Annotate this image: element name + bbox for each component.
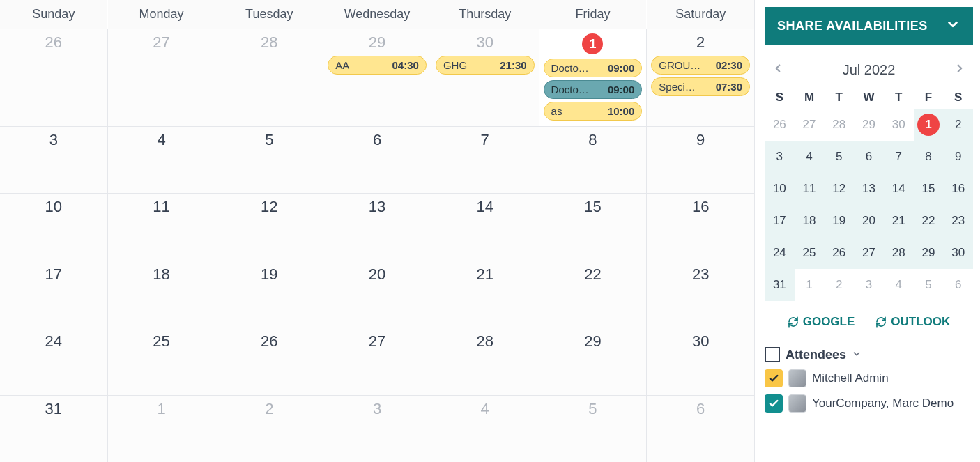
mini-calendar-day[interactable]: 10 — [765, 173, 795, 205]
calendar-cell[interactable]: 5 — [215, 127, 323, 193]
mini-calendar-day[interactable]: 4 — [884, 269, 914, 301]
mini-cal-next-icon[interactable] — [949, 59, 970, 81]
mini-calendar-day[interactable]: 31 — [765, 269, 795, 301]
calendar-cell[interactable]: 26 — [0, 29, 107, 126]
mini-calendar-day[interactable]: 9 — [943, 141, 973, 173]
mini-calendar-day[interactable]: 20 — [854, 205, 884, 237]
calendar-cell[interactable]: 17 — [0, 261, 107, 328]
mini-calendar-day[interactable]: 1 — [914, 109, 944, 141]
calendar-cell[interactable]: 4 — [107, 127, 215, 193]
calendar-cell[interactable]: 8 — [539, 127, 647, 193]
mini-calendar-day[interactable]: 26 — [824, 237, 854, 269]
calendar-cell[interactable]: 31 — [0, 396, 107, 462]
attendee-checkbox[interactable] — [765, 394, 783, 413]
calendar-cell[interactable]: 26 — [215, 328, 323, 394]
mini-calendar-day[interactable]: 28 — [824, 109, 854, 141]
calendar-cell[interactable]: 22 — [539, 261, 647, 328]
calendar-cell[interactable]: 1 — [107, 396, 215, 462]
mini-calendar-day[interactable]: 8 — [914, 141, 944, 173]
mini-calendar-day[interactable]: 6 — [943, 269, 973, 301]
calendar-cell[interactable]: 6 — [646, 396, 754, 462]
calendar-cell[interactable]: 5 — [539, 396, 647, 462]
mini-calendar-day[interactable]: 27 — [795, 109, 825, 141]
mini-cal-prev-icon[interactable] — [767, 59, 788, 81]
attendee-checkbox[interactable] — [765, 369, 783, 387]
calendar-event[interactable]: Docto…09:00 — [544, 59, 643, 77]
calendar-cell[interactable]: 3 — [0, 127, 107, 193]
calendar-cell[interactable]: 28 — [215, 29, 323, 126]
mini-calendar-day[interactable]: 6 — [854, 141, 884, 173]
mini-calendar-day[interactable]: 12 — [824, 173, 854, 205]
calendar-event[interactable]: as10:00 — [544, 102, 643, 121]
calendar-cell[interactable]: 30GHG21:30 — [431, 29, 539, 126]
calendar-cell[interactable]: 13 — [323, 194, 431, 260]
calendar-cell[interactable]: 2 — [215, 396, 323, 462]
mini-calendar-day[interactable]: 28 — [884, 237, 914, 269]
calendar-event[interactable]: AA04:30 — [328, 56, 427, 75]
calendar-cell[interactable]: 29 — [539, 328, 647, 394]
mini-calendar-day[interactable]: 21 — [884, 205, 914, 237]
calendar-cell[interactable]: 14 — [431, 194, 539, 260]
mini-calendar-day[interactable]: 18 — [795, 205, 825, 237]
mini-calendar-day[interactable]: 17 — [765, 205, 795, 237]
calendar-event[interactable]: GROU…02:30 — [651, 56, 750, 75]
calendar-cell[interactable]: 2GROU…02:30Speci…07:30 — [646, 29, 754, 126]
mini-calendar-day[interactable]: 29 — [914, 237, 944, 269]
mini-calendar-day[interactable]: 30 — [943, 237, 973, 269]
calendar-cell[interactable]: 15 — [539, 194, 647, 260]
mini-calendar-day[interactable]: 22 — [914, 205, 944, 237]
calendar-cell[interactable]: 21 — [431, 261, 539, 328]
mini-calendar-day[interactable]: 3 — [765, 141, 795, 173]
calendar-cell[interactable]: 1Docto…09:00Docto…09:00as10:00 — [539, 29, 647, 126]
mini-calendar-day[interactable]: 1 — [795, 269, 825, 301]
attendees-header[interactable]: Attendees — [765, 347, 973, 362]
mini-calendar-day[interactable]: 23 — [943, 205, 973, 237]
calendar-cell[interactable]: 9 — [646, 127, 754, 193]
calendar-cell[interactable]: 16 — [646, 194, 754, 260]
mini-calendar-day[interactable]: 5 — [824, 141, 854, 173]
sync-google-button[interactable]: GOOGLE — [788, 315, 855, 329]
mini-calendar-day[interactable]: 13 — [854, 173, 884, 205]
calendar-cell[interactable]: 23 — [646, 261, 754, 328]
mini-calendar-day[interactable]: 27 — [854, 237, 884, 269]
calendar-cell[interactable]: 3 — [323, 396, 431, 462]
mini-calendar-day[interactable]: 15 — [914, 173, 944, 205]
attendee-item[interactable]: Mitchell Admin — [765, 369, 973, 387]
calendar-cell[interactable]: 18 — [107, 261, 215, 328]
calendar-cell[interactable]: 6 — [323, 127, 431, 193]
mini-calendar-day[interactable]: 4 — [795, 141, 825, 173]
calendar-cell[interactable]: 25 — [107, 328, 215, 394]
calendar-cell[interactable]: 27 — [107, 29, 215, 126]
calendar-cell[interactable]: 10 — [0, 194, 107, 260]
mini-calendar-day[interactable]: 2 — [943, 109, 973, 141]
calendar-cell[interactable]: 29AA04:30 — [323, 29, 431, 126]
mini-calendar-day[interactable]: 3 — [854, 269, 884, 301]
mini-calendar-day[interactable]: 24 — [765, 237, 795, 269]
calendar-event[interactable]: GHG21:30 — [436, 56, 535, 75]
calendar-cell[interactable]: 27 — [323, 328, 431, 394]
calendar-event[interactable]: Speci…07:30 — [651, 77, 750, 96]
mini-calendar-day[interactable]: 2 — [824, 269, 854, 301]
calendar-event[interactable]: Docto…09:00 — [544, 80, 643, 99]
calendar-cell[interactable]: 20 — [323, 261, 431, 328]
mini-calendar-day[interactable]: 25 — [795, 237, 825, 269]
mini-calendar-day[interactable]: 14 — [884, 173, 914, 205]
mini-calendar-day[interactable]: 16 — [943, 173, 973, 205]
mini-calendar-day[interactable]: 5 — [914, 269, 944, 301]
mini-calendar-day[interactable]: 26 — [765, 109, 795, 141]
mini-calendar-day[interactable]: 30 — [884, 109, 914, 141]
mini-calendar-day[interactable]: 19 — [824, 205, 854, 237]
calendar-cell[interactable]: 4 — [431, 396, 539, 462]
calendar-cell[interactable]: 7 — [431, 127, 539, 193]
attendee-item[interactable]: YourCompany, Marc Demo — [765, 394, 973, 413]
mini-calendar-day[interactable]: 11 — [795, 173, 825, 205]
calendar-cell[interactable]: 30 — [646, 328, 754, 394]
calendar-cell[interactable]: 12 — [215, 194, 323, 260]
calendar-cell[interactable]: 24 — [0, 328, 107, 394]
attendees-checkbox[interactable] — [765, 347, 780, 362]
calendar-cell[interactable]: 11 — [107, 194, 215, 260]
calendar-cell[interactable]: 19 — [215, 261, 323, 328]
mini-calendar-day[interactable]: 7 — [884, 141, 914, 173]
share-availabilities-button[interactable]: SHARE AVAILABILITIES — [765, 7, 973, 45]
sync-outlook-button[interactable]: OUTLOOK — [875, 315, 950, 329]
